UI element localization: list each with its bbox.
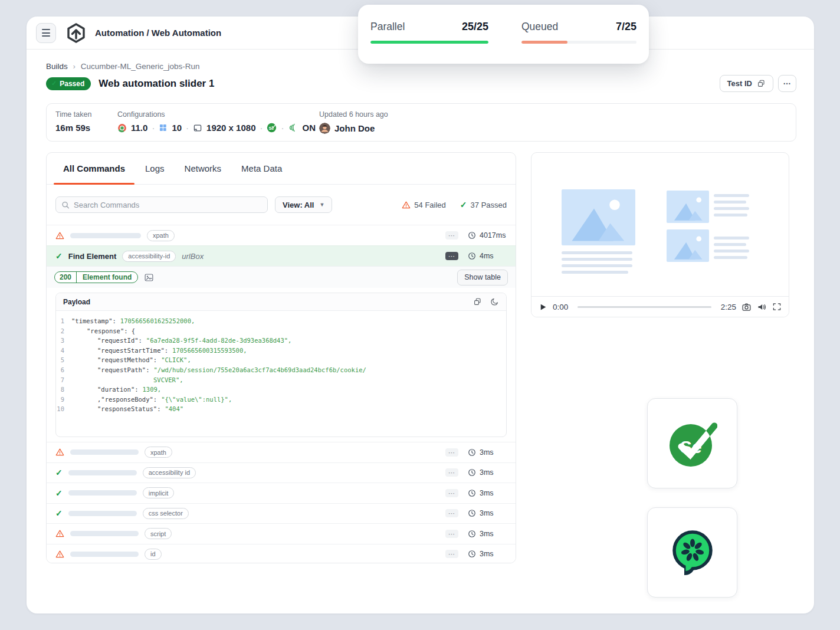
volume-icon[interactable]: [757, 302, 767, 312]
tab-all-commands[interactable]: All Commands: [63, 153, 125, 184]
locator-badge: id: [145, 549, 162, 560]
payload-viewer: Payload 1"timestamp":1705665601625252000…: [55, 293, 507, 437]
row-more-icon[interactable]: ⋯: [445, 252, 458, 260]
command-row[interactable]: ✓ accessibility id ⋯3ms: [47, 462, 516, 483]
svg-text:Se: Se: [269, 126, 274, 131]
test-id-button[interactable]: Test ID: [720, 75, 773, 92]
total-time: 2:25: [721, 303, 736, 311]
locator-badge: accessibility-id: [122, 251, 176, 262]
time-taken-value: 16m 59s: [55, 123, 91, 133]
resolution-icon: [193, 123, 202, 133]
dot-separator: ·: [260, 123, 262, 133]
locator-badge: xpath: [147, 230, 175, 241]
payload-line: 9,"responseBody":"{\"value\":null}",: [56, 395, 506, 405]
search-input[interactable]: [74, 201, 262, 209]
mock-text-line: [714, 243, 746, 246]
commands-panel: All Commands Logs Networks Meta Data Vie…: [46, 152, 516, 563]
duration: 3ms: [480, 489, 494, 497]
mock-thumb-image: [667, 191, 709, 223]
payload-title: Payload: [63, 298, 90, 306]
tab-bar: All Commands Logs Networks Meta Data: [47, 153, 516, 185]
screenshot-image-icon[interactable]: [144, 273, 154, 283]
user-avatar: [319, 123, 330, 134]
skeleton-text: [68, 490, 137, 496]
row-more-icon[interactable]: ⋯: [445, 468, 458, 477]
mock-text-line: [562, 258, 632, 261]
cucumber-integration-card: [647, 507, 737, 598]
skeleton-text: [70, 449, 139, 455]
hamburger-menu-button[interactable]: [36, 23, 56, 43]
chevron-down-icon: ▼: [319, 202, 324, 208]
time-taken-block: Time taken 16m 59s: [55, 110, 91, 133]
passed-count: ✓ 37 Passed: [460, 200, 507, 209]
seek-bar[interactable]: [578, 306, 711, 308]
command-row[interactable]: xpath ⋯ 4017ms: [47, 225, 516, 245]
payload-line: 10"responseStatus":"404": [56, 404, 506, 414]
check-icon: ✓: [55, 468, 63, 477]
mock-text-line: [714, 256, 747, 259]
warning-icon: [55, 448, 64, 457]
payload-line: 3"requestId":"6a7eda28-9f5f-4add-82de-3d…: [56, 336, 506, 346]
row-more-icon[interactable]: ⋯: [445, 448, 458, 457]
command-row[interactable]: ✓ implicit ⋯3ms: [47, 483, 516, 503]
brand-logo-icon: [65, 22, 87, 44]
mock-text-line: [562, 251, 632, 254]
command-row[interactable]: xpath ⋯3ms: [47, 442, 516, 462]
mock-text-line: [714, 194, 749, 197]
breadcrumb-builds[interactable]: Builds: [46, 62, 68, 71]
browser-icon: [117, 123, 127, 133]
mock-text-line: [714, 207, 749, 210]
view-filter-dropdown[interactable]: View: All ▼: [275, 196, 332, 213]
payload-line: 7SVCVER",: [56, 375, 506, 385]
locator-badge: accessibility id: [143, 467, 196, 478]
check-icon: ✓: [51, 80, 57, 87]
selenium-logo-icon: Se: [668, 419, 717, 468]
parallel-label: Parallel: [370, 21, 405, 33]
queued-label: Queued: [521, 21, 558, 33]
payload-code: 1"timestamp":1705665601625252000, 2"resp…: [56, 311, 506, 414]
svg-text:Se: Se: [680, 437, 702, 457]
network-icon: [288, 123, 298, 133]
video-preview-card: 0:00 2:25: [531, 152, 789, 317]
row-more-icon[interactable]: ⋯: [445, 509, 458, 517]
command-row[interactable]: id ⋯3ms: [47, 544, 516, 564]
row-more-icon[interactable]: ⋯: [445, 530, 458, 538]
payload-header: Payload: [56, 293, 506, 311]
tab-logs[interactable]: Logs: [145, 153, 165, 184]
show-table-button[interactable]: Show table: [457, 270, 508, 286]
mock-text-line: [562, 264, 632, 267]
title-row: ✓ Passed Web automation slider 1 Test ID…: [46, 75, 796, 92]
copy-icon[interactable]: [473, 297, 482, 306]
tab-networks[interactable]: Networks: [185, 153, 222, 184]
queued-stat: Queued 7/25: [521, 21, 636, 64]
app-title: Automation / Web Automation: [95, 28, 221, 38]
tab-meta-data[interactable]: Meta Data: [241, 153, 282, 184]
session-info-bar: Time taken 16m 59s Configurations 11.0 ·…: [46, 103, 796, 142]
duration: 3ms: [480, 530, 494, 538]
search-icon: [61, 201, 70, 209]
fullscreen-icon[interactable]: [772, 302, 782, 311]
payload-line: 5"requestMethod":"CLICK",: [56, 355, 506, 365]
clock-icon: [468, 252, 476, 260]
status-badge: ✓ Passed: [46, 77, 91, 90]
more-actions-button[interactable]: ⋯: [778, 75, 796, 92]
row-more-icon[interactable]: ⋯: [445, 231, 458, 239]
video-controls: 0:00 2:25: [531, 296, 789, 317]
command-row[interactable]: script ⋯3ms: [47, 523, 516, 544]
command-row-selected[interactable]: ✓ Find Element accessibility-id urlBox ⋯…: [47, 245, 516, 266]
page-title: Web automation slider 1: [99, 78, 214, 90]
play-icon[interactable]: [539, 303, 547, 311]
copy-icon: [757, 79, 766, 88]
locator-badge: css selector: [143, 508, 189, 519]
duration: 3ms: [480, 448, 494, 457]
row-more-icon[interactable]: ⋯: [445, 489, 458, 497]
duration: 3ms: [480, 509, 494, 517]
row-more-icon[interactable]: ⋯: [445, 550, 458, 558]
dark-mode-moon-icon[interactable]: [490, 297, 499, 306]
command-row[interactable]: ✓ css selector ⋯3ms: [47, 503, 516, 524]
screenshot-camera-icon[interactable]: [741, 302, 752, 312]
updated-block: Updated 6 hours ago John Doe: [319, 110, 388, 134]
video-frame[interactable]: [531, 153, 789, 297]
clock-icon: [468, 509, 476, 517]
search-box[interactable]: [55, 196, 268, 213]
